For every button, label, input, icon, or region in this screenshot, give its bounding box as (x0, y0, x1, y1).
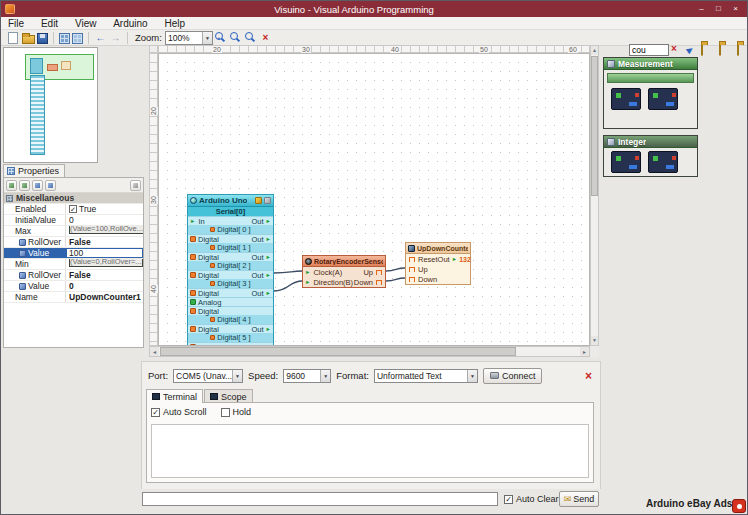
zoom-in-icon[interactable]: + (214, 31, 227, 44)
property-value[interactable]: (Value=100,RollOve... (66, 226, 143, 236)
hold-checkbox[interactable]: Hold (221, 407, 252, 417)
horizontal-scrollbar-thumb[interactable] (160, 347, 516, 356)
new-file-icon[interactable] (8, 32, 18, 44)
scroll-left-icon[interactable]: ◄ (150, 347, 159, 356)
encoder-header[interactable]: RotaryEncoderSensor1 (303, 256, 385, 267)
property-value[interactable]: ✓True (66, 204, 143, 214)
counter-pin-row[interactable]: Up (406, 264, 470, 274)
category-folder-icon[interactable] (701, 43, 703, 56)
auto-clear-checkbox[interactable]: ✓Auto Clear (504, 494, 559, 504)
redo-icon[interactable]: → (109, 31, 122, 44)
counter-pin-row[interactable]: Reset Out►132 (406, 254, 470, 264)
arduino-pin-row[interactable]: Analog (188, 297, 273, 306)
property-row[interactable]: InitialValue0 (4, 215, 143, 226)
component-item[interactable] (648, 151, 678, 173)
minimize-button[interactable]: – (693, 2, 710, 16)
collapse-folders-icon[interactable] (737, 43, 739, 56)
expand-folders-icon[interactable] (719, 43, 721, 56)
grid-snap-icon[interactable] (72, 33, 83, 44)
tab-properties[interactable]: Properties (3, 164, 65, 177)
clear-search-icon[interactable]: × (671, 43, 677, 55)
property-value[interactable]: UpDownCounter1 (66, 292, 143, 302)
property-value[interactable]: (Value=0,RollOver=... (66, 259, 143, 269)
design-canvas[interactable]: Arduino Uno Serial[0]►InOut►Digital[ 0 ]… (158, 53, 590, 346)
scroll-up-icon[interactable]: ▲ (591, 46, 598, 55)
arduino-uno-block[interactable]: Arduino Uno Serial[0]►InOut►Digital[ 0 ]… (187, 194, 274, 346)
maximize-button[interactable]: □ (710, 2, 727, 16)
component-item[interactable] (611, 88, 641, 110)
sort-alpha-icon[interactable] (19, 180, 30, 191)
delete-icon[interactable]: × (259, 31, 272, 44)
undo-icon[interactable]: ← (94, 31, 107, 44)
send-input[interactable] (142, 492, 498, 506)
tab-scope[interactable]: Scope (204, 389, 253, 403)
close-button[interactable]: × (727, 2, 744, 16)
property-row[interactable]: Enabled✓True (4, 204, 143, 215)
property-row[interactable]: NameUpDownCounter1 (4, 292, 143, 303)
component-group-header[interactable]: Measurement (604, 58, 697, 70)
settings-icon[interactable] (130, 180, 141, 191)
counter-header[interactable]: UpDownCounter1 (406, 243, 470, 254)
component-search-input[interactable] (629, 44, 669, 56)
port-select[interactable]: COM5 (Unav...▼ (173, 369, 243, 383)
property-value[interactable]: 0 (66, 215, 143, 225)
property-value[interactable]: False (66, 237, 143, 247)
format-select[interactable]: Unformatted Text▼ (374, 369, 478, 383)
horizontal-scrollbar[interactable]: ◄ ► (149, 346, 590, 357)
send-button[interactable]: ✉Send (559, 491, 599, 507)
checkbox-checked-icon[interactable]: ✓ (69, 205, 77, 213)
grid-view-icon[interactable] (59, 33, 70, 44)
arduino-pin-row[interactable]: DigitalOut► (188, 234, 273, 243)
encoder-pin-row[interactable]: ►Direction(B) Down (303, 277, 385, 287)
arduino-pin-row[interactable]: DigitalOut► (188, 324, 273, 333)
menu-file[interactable]: File (1, 17, 31, 30)
zoom-select[interactable]: 100%▼ (165, 31, 213, 45)
speed-select[interactable]: 9600▼ (283, 369, 331, 383)
component-item[interactable] (611, 151, 641, 173)
scroll-down-icon[interactable]: ▼ (591, 336, 598, 345)
arduino-pin-row[interactable]: DigitalOut► (188, 288, 273, 297)
menu-view[interactable]: View (68, 17, 104, 30)
property-row[interactable]: Value100 (4, 248, 143, 259)
menu-help[interactable]: Help (157, 17, 192, 30)
property-row[interactable]: Min(Value=0,RollOver=... (4, 259, 143, 270)
component-group-header[interactable]: Integer (604, 136, 697, 148)
collapse-all-icon[interactable] (45, 180, 56, 191)
open-file-icon[interactable] (22, 35, 35, 44)
sort-categorized-icon[interactable] (6, 180, 17, 191)
property-row[interactable]: RollOverFalse (4, 270, 143, 281)
property-category-row[interactable]: Miscellaneous (4, 193, 143, 204)
ebay-ads-icon[interactable] (732, 499, 746, 513)
connect-button[interactable]: Connect (483, 368, 543, 384)
arduino-header[interactable]: Arduino Uno (188, 195, 273, 207)
arduino-pin-row[interactable]: ►InOut► (188, 216, 273, 225)
menu-arduino[interactable]: Arduino (106, 17, 154, 30)
menu-edit[interactable]: Edit (34, 17, 65, 30)
zoom-fit-icon[interactable] (244, 31, 257, 44)
rotary-encoder-block[interactable]: RotaryEncoderSensor1 ►Clock(A) Up ►Direc… (302, 255, 386, 288)
property-row[interactable]: RollOverFalse (4, 237, 143, 248)
vertical-scrollbar-thumb[interactable] (591, 56, 598, 196)
auto-scroll-checkbox[interactable]: ✓Auto Scroll (151, 407, 207, 417)
property-row[interactable]: Value0 (4, 281, 143, 292)
arduino-pin-row[interactable]: DigitalOut► (188, 252, 273, 261)
vertical-scrollbar[interactable]: ▲ ▼ (590, 45, 599, 346)
disconnect-icon[interactable]: × (585, 369, 592, 383)
property-value[interactable]: False (66, 270, 143, 280)
property-value[interactable]: 0 (66, 281, 143, 291)
expand-all-icon[interactable] (32, 180, 43, 191)
arduino-pin-row[interactable]: DigitalOut► (188, 270, 273, 279)
component-item[interactable] (648, 88, 678, 110)
updown-counter-block[interactable]: UpDownCounter1 Reset Out►132 Up Down (405, 242, 471, 285)
save-file-icon[interactable] (37, 33, 48, 44)
property-value[interactable]: 100 (66, 248, 143, 258)
pencil-icon[interactable] (255, 197, 262, 204)
scroll-right-icon[interactable]: ► (580, 347, 589, 356)
encoder-pin-row[interactable]: ►Clock(A) Up (303, 267, 385, 277)
arduino-pin-row[interactable]: Digital (188, 306, 273, 315)
counter-pin-row[interactable]: Down (406, 274, 470, 284)
zoom-out-icon[interactable] (229, 31, 242, 44)
property-row[interactable]: Max(Value=100,RollOve... (4, 226, 143, 237)
terminal-output[interactable] (151, 424, 589, 478)
tab-terminal[interactable]: Terminal (146, 389, 203, 403)
